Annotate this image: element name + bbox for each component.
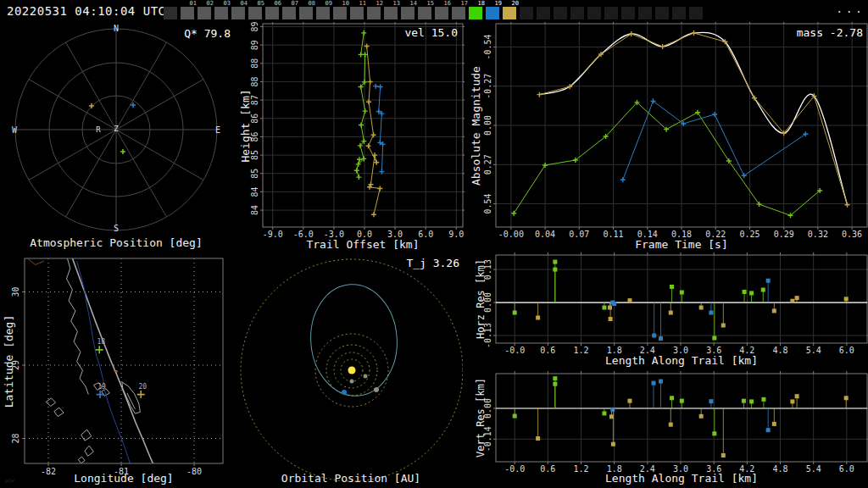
stem-marker [553,376,557,380]
x-tick-label: 0.32 [808,230,828,239]
x-tick-label: 4.8 [772,464,787,474]
frame-thumbnail-09[interactable]: 09 [315,0,332,22]
planet-dot [350,380,354,384]
polar-spoke [116,130,203,180]
data-point-marker [371,212,376,217]
stem-marker [772,308,776,313]
frame-thumbnail-19[interactable]: 19 [485,0,502,22]
frame-thumbnail-20[interactable]: 20 [502,0,519,22]
x-tick-label: 6.0 [418,230,433,239]
frame-number: 10 [342,0,349,7]
stem-marker [611,442,615,446]
frame-thumbnail-blank[interactable] [163,0,180,22]
frame-box [537,7,550,19]
frame-thumbnail-13[interactable]: 13 [383,0,400,22]
frame-box [265,7,279,19]
x-tick-label: -9.0 [263,230,283,239]
stem-marker [652,381,656,385]
data-point-marker [120,149,125,154]
velocity-badge: vel 15.0 [339,26,458,39]
timestamp: 20220531 04:10:04 UTC [7,4,166,18]
frame-thumbnail-17[interactable]: 17 [451,0,468,22]
frame-thumbnail-03[interactable]: 03 [214,0,231,22]
frame-thumbnail-04[interactable]: 04 [231,0,248,22]
stem-marker [795,296,799,300]
frame-thumbnail-02[interactable]: 02 [197,0,214,22]
data-point-marker [363,108,368,114]
y-tick-label: -0.54 [483,34,492,59]
meteor-analysis-app: 20220531 04:10:04 UTC 010203040506070809… [0,0,868,488]
compass-north-label: N [111,24,121,33]
y-tick-label: 0.27 [483,154,492,175]
frame-thumbnail-16[interactable]: 16 [434,0,451,22]
stem-marker [680,291,684,295]
y-tick-label: 88 [250,76,259,86]
frame-number: 20 [512,0,519,7]
vertical-residuals-plot: -0.00.61.21.82.43.03.64.24.85.46.00.00-0… [472,369,868,476]
x-tick-label: 1.8 [607,346,622,355]
frame-slot-empty [654,0,671,22]
data-point-marker [712,112,717,117]
frame-thumbnail-10[interactable]: 10 [332,0,349,22]
x-tick-label: 0.22 [705,230,726,239]
stem-marker [669,311,673,315]
data-point-marker [96,346,103,353]
frame-slot-empty [620,0,637,22]
stem-marker [513,414,517,419]
x-tick-label: 0.18 [671,230,692,239]
data-point-marker [374,160,379,165]
x-tick-label: 3.6 [706,346,721,355]
frame-thumbnail-01[interactable]: 01 [180,0,197,22]
frame-thumbnail-11[interactable]: 11 [349,0,366,22]
y-tick-label: 28 [11,433,20,443]
stem-marker [536,436,540,441]
polar-spoke [116,42,167,130]
frame-thumbnail-18[interactable]: 18 [468,0,485,22]
frame-box [570,7,584,19]
coastline [47,398,56,407]
more-button[interactable]: ... [836,2,865,15]
data-point-marker [373,84,378,89]
frame-thumbnail-15[interactable]: 15 [417,0,434,22]
y-tick-label: 89 [250,40,259,50]
frame-box [248,7,262,19]
frame-thumbnail-05[interactable]: 05 [248,0,264,22]
stem-marker [749,399,754,403]
y-tick-label: 29 [11,360,20,370]
data-point-marker [378,85,383,90]
frame-box [469,7,482,19]
frame-slot-empty [536,0,553,22]
earth-dot [342,390,347,395]
x-tick-label: -0.0 [504,464,525,474]
data-point-marker [97,391,104,398]
data-point-marker [629,31,634,36]
stem-marker [680,399,684,403]
y-tick-label: 87 [250,95,259,105]
stem-marker [766,279,771,283]
stem-marker [609,317,613,321]
frame-thumbnail-12[interactable]: 12 [366,0,383,22]
frame-box [282,7,296,19]
data-point-marker [542,163,548,168]
frame-number: 07 [292,0,298,7]
planet-dot [364,374,368,379]
compass-east-label: E [213,125,223,135]
frame-box [401,7,415,19]
frame-box [418,7,431,19]
x-tick-label: 6.0 [839,346,854,355]
axes: -0.00.61.21.82.43.03.64.24.85.46.00.130.… [483,252,868,355]
series-line [367,46,381,214]
frame-box [486,7,499,19]
frame-thumbnail-06[interactable]: 06 [264,0,281,22]
frame-number: 04 [241,0,248,7]
frame-slot-empty [688,0,705,22]
data-point-marker [845,202,850,208]
frame-thumbnail-07[interactable]: 07 [281,0,298,22]
frame-slot-empty [553,0,570,22]
frame-thumbnail-14[interactable]: 14 [400,0,417,22]
y-tick-label: 89 [250,22,259,31]
frame-thumbnail-08[interactable]: 08 [298,0,315,22]
stem-marker [612,302,616,306]
y-tick-label: 84 [250,205,259,215]
stem-marker [772,422,776,426]
